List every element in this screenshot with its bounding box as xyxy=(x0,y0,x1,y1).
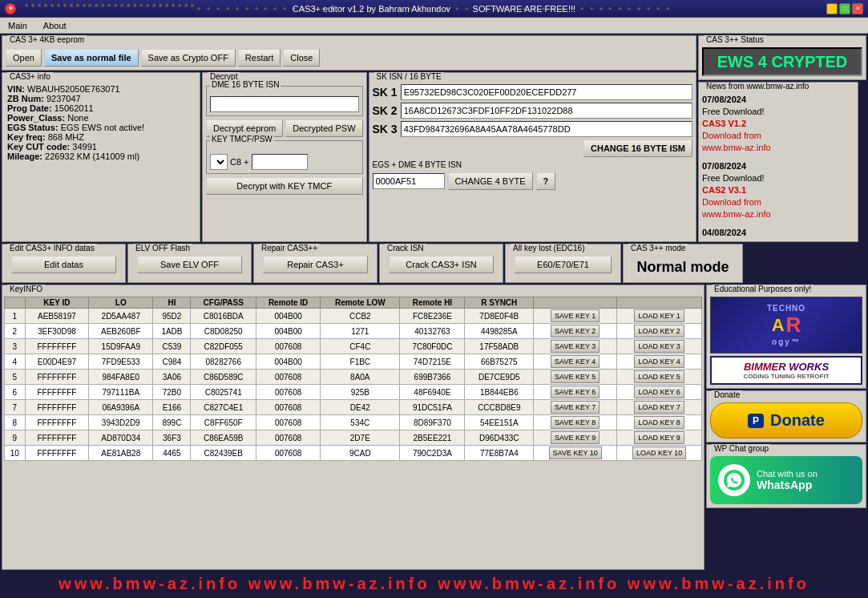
cell-remote-low: CCB2 xyxy=(321,309,400,324)
load-key-button[interactable]: LOAD KEY 5 xyxy=(634,370,684,383)
maximize-button[interactable]: □ xyxy=(839,3,850,14)
cell-save-btn[interactable]: SAVE KEY 7 xyxy=(534,400,617,415)
cell-r-synch: 4498285A xyxy=(465,324,534,339)
decrypted-psw-button[interactable]: Decrypted PSW xyxy=(285,119,362,137)
ws-text1: Chat with us on xyxy=(757,469,818,479)
cell-load-btn[interactable]: LOAD KEY 2 xyxy=(617,324,702,339)
donate-button[interactable]: P Donate xyxy=(710,402,862,438)
cell-load-btn[interactable]: LOAD KEY 1 xyxy=(617,309,702,324)
cell-num: 3 xyxy=(5,339,26,354)
cell-cfg: C86EA59B xyxy=(191,430,256,446)
e60-button[interactable]: E60/E70/E71 xyxy=(515,256,612,273)
repair-cas3-button[interactable]: Repair CAS3+ xyxy=(263,256,368,273)
decrypt-group: Decrypt DME 16 BYTE ISN Decrypt eeprom D… xyxy=(202,72,367,242)
cell-hi: 3A06 xyxy=(153,370,191,385)
cell-save-btn[interactable]: SAVE KEY 10 xyxy=(534,446,617,461)
cell-save-btn[interactable]: SAVE KEY 1 xyxy=(534,309,617,324)
cell-hi: C539 xyxy=(153,339,191,354)
cell-load-btn[interactable]: LOAD KEY 5 xyxy=(617,370,702,385)
crack-isn-button[interactable]: Crack CAS3+ ISN xyxy=(389,256,494,273)
load-key-button[interactable]: LOAD KEY 7 xyxy=(634,401,684,414)
cell-cfg: 08282766 xyxy=(191,354,256,370)
load-key-button[interactable]: LOAD KEY 3 xyxy=(634,340,684,353)
whatsapp-icon xyxy=(718,464,750,496)
save-key-button[interactable]: SAVE KEY 8 xyxy=(551,416,600,429)
load-key-button[interactable]: LOAD KEY 8 xyxy=(634,416,684,429)
cell-load-btn[interactable]: LOAD KEY 3 xyxy=(617,339,702,354)
sk3-label: SK 3 xyxy=(373,123,398,135)
tmcf-select[interactable] xyxy=(210,154,228,170)
egs-dme-input[interactable] xyxy=(373,173,445,189)
cas3-info-label: CAS3+ info xyxy=(7,72,53,81)
minimize-button[interactable]: _ xyxy=(826,3,838,14)
edit-datas-button[interactable]: Edit datas xyxy=(11,256,116,273)
change-16byte-button[interactable]: CHANGE 16 BYTE ISM xyxy=(583,139,692,157)
cell-save-btn[interactable]: SAVE KEY 9 xyxy=(534,430,617,446)
sk3-row: SK 3 xyxy=(373,121,692,137)
save-key-button[interactable]: SAVE KEY 6 xyxy=(551,386,600,398)
cell-remote-hi: 48F6940E xyxy=(400,385,465,400)
load-key-button[interactable]: LOAD KEY 2 xyxy=(634,325,684,337)
load-key-button[interactable]: LOAD KEY 6 xyxy=(634,386,684,398)
cell-load-btn[interactable]: LOAD KEY 9 xyxy=(617,430,702,446)
table-row: 8 FFFFFFFF 3943D2D9 899C C8FF650F 007608… xyxy=(5,415,702,430)
load-key-button[interactable]: LOAD KEY 9 xyxy=(634,431,684,444)
cell-save-btn[interactable]: SAVE KEY 5 xyxy=(534,370,617,385)
restart-button[interactable]: Restart xyxy=(238,49,281,67)
question-button[interactable]: ? xyxy=(536,172,555,190)
sk1-input[interactable] xyxy=(401,84,692,100)
cell-load-btn[interactable]: LOAD KEY 4 xyxy=(617,354,702,370)
cell-lo: 984FA8E0 xyxy=(89,370,153,385)
save-crypto-button[interactable]: Save as Crypto OFF xyxy=(141,49,236,67)
col-hi: HI xyxy=(153,297,191,309)
open-button[interactable]: Open xyxy=(6,49,42,67)
cell-key-id: 3EF30D98 xyxy=(25,324,88,339)
save-key-button[interactable]: SAVE KEY 1 xyxy=(551,309,600,322)
save-key-button[interactable]: SAVE KEY 7 xyxy=(551,401,600,414)
egs-dme-row: CHANGE 4 BYTE ? xyxy=(373,172,692,190)
egs-line: EGS Status: EGS EWS not active! xyxy=(7,123,195,132)
save-key-button[interactable]: SAVE KEY 5 xyxy=(551,370,600,383)
save-key-button[interactable]: SAVE KEY 10 xyxy=(549,446,602,459)
cell-save-btn[interactable]: SAVE KEY 6 xyxy=(534,385,617,400)
cas3-status-label: CAS 3++ Status xyxy=(704,35,766,44)
menu-main[interactable]: Main xyxy=(3,20,32,31)
load-key-button[interactable]: LOAD KEY 1 xyxy=(634,309,684,322)
sk1-row: SK 1 xyxy=(373,84,692,100)
cell-save-btn[interactable]: SAVE KEY 4 xyxy=(534,354,617,370)
sk3-input[interactable] xyxy=(401,121,692,137)
dme-isn-input[interactable] xyxy=(210,96,359,112)
save-key-button[interactable]: SAVE KEY 9 xyxy=(551,431,600,444)
cell-load-btn[interactable]: LOAD KEY 8 xyxy=(617,415,702,430)
close-button-main[interactable]: Close xyxy=(283,49,320,67)
save-elv-button[interactable]: Save ELV OFF xyxy=(137,256,242,273)
cell-key-id: FFFFFFFF xyxy=(25,370,88,385)
menu-about[interactable]: About xyxy=(38,20,71,31)
tmcf-input[interactable] xyxy=(252,154,308,170)
repair-cas3-label: Repair CAS3++ xyxy=(259,244,320,253)
save-key-button[interactable]: SAVE KEY 4 xyxy=(551,355,600,368)
cell-save-btn[interactable]: SAVE KEY 2 xyxy=(534,324,617,339)
all-key-lost-label: All key lost (EDC16) xyxy=(511,244,587,253)
cell-hi: C984 xyxy=(153,354,191,370)
cell-load-btn[interactable]: LOAD KEY 10 xyxy=(617,446,702,461)
cell-key-id: FFFFFFFF xyxy=(25,339,88,354)
save-normal-button[interactable]: Save as normal file xyxy=(44,49,139,67)
save-key-button[interactable]: SAVE KEY 3 xyxy=(551,340,600,353)
cell-save-btn[interactable]: SAVE KEY 8 xyxy=(534,415,617,430)
cell-lo: 3943D2D9 xyxy=(89,415,153,430)
donate-label: Donate xyxy=(712,390,742,399)
cell-load-btn[interactable]: LOAD KEY 7 xyxy=(617,400,702,415)
change-4byte-button[interactable]: CHANGE 4 BYTE xyxy=(448,172,533,190)
decrypt-key-button[interactable]: Decrypt with KEY TMCF xyxy=(206,177,363,195)
cell-remote-hi: FC8E236E xyxy=(400,309,465,324)
close-button[interactable]: ✕ xyxy=(852,3,863,14)
right-panels: Educational Purposes only! TECHNO AR ogy… xyxy=(706,285,866,570)
cell-load-btn[interactable]: LOAD KEY 6 xyxy=(617,385,702,400)
load-key-button[interactable]: LOAD KEY 10 xyxy=(632,446,686,459)
save-key-button[interactable]: SAVE KEY 2 xyxy=(551,325,600,337)
whatsapp-button[interactable]: Chat with us on WhatsApp xyxy=(710,456,862,504)
sk2-input[interactable] xyxy=(401,103,692,119)
cell-save-btn[interactable]: SAVE KEY 3 xyxy=(534,339,617,354)
load-key-button[interactable]: LOAD KEY 4 xyxy=(634,355,684,368)
